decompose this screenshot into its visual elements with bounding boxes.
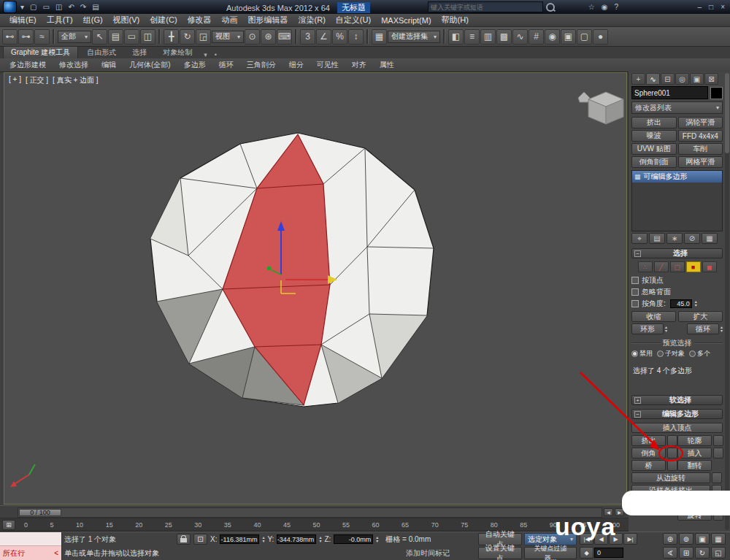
ribbon-panel[interactable]: 修改选择 [53,60,95,70]
named-selection-sets-dropdown[interactable]: 创建选择集 ▾ [388,31,440,43]
preview-subobject-radio[interactable]: 子对象 [657,349,685,358]
reference-coordinate-dropdown[interactable]: 视图 ▾ [212,31,244,43]
viewport-canvas[interactable] [4,73,626,504]
close-button[interactable]: × [718,1,727,12]
ring-button[interactable]: 环形 [631,323,664,334]
inset-button[interactable]: 插入 [677,448,712,459]
selection-filter-dropdown[interactable]: 全部 ▾ [58,31,91,43]
menu-item[interactable]: 自定义(U) [331,15,376,26]
select-and-move-icon[interactable]: ╋ [164,29,179,45]
field-of-view-icon[interactable]: ∢ [663,547,677,559]
3ds-max-logo-icon[interactable] [3,1,17,13]
menu-item[interactable]: MAXScript(M) [376,16,436,25]
remove-modifier-icon[interactable]: ⊘ [684,233,700,244]
loop-spinner[interactable]: ▴▾ [721,326,723,333]
edge-mode-icon[interactable]: ╱ [654,261,669,272]
vertex-mode-icon[interactable]: ∴ [638,261,653,272]
select-and-link-icon[interactable]: ⊷ [2,29,18,45]
macro-recorder-line[interactable] [0,532,61,546]
align-icon[interactable]: ≡ [464,29,480,45]
extrude-settings-button[interactable] [667,435,677,446]
loop-button[interactable]: 循环 [687,323,719,334]
use-pivot-center-icon[interactable]: ⊙ [245,29,260,45]
hinge-from-edge-button[interactable]: 从边旋转 [631,472,710,483]
curve-editor-icon[interactable]: ∿ [512,29,528,45]
preview-multiple-radio[interactable]: 多个 [689,349,710,358]
select-and-scale-icon[interactable]: ◲ [196,29,211,45]
angle-value-field[interactable]: 45.0 [670,299,692,308]
viewcube[interactable] [578,92,623,124]
subscription-center-icon[interactable]: ☆ [586,1,597,12]
display-tab-icon[interactable]: ▣ [690,73,704,85]
select-and-manipulate-icon[interactable]: ⊛ [261,29,276,45]
bevel-settings-button[interactable] [667,448,677,459]
motion-tab-icon[interactable]: ◎ [675,73,689,85]
application-menu-icon[interactable]: ▾ [18,1,26,12]
modifier-stack[interactable]: ▦ 可编辑多边形 [631,170,723,231]
set-key-button[interactable]: 设置关键点 [478,547,522,559]
bind-to-space-warp-icon[interactable]: ≈ [34,29,50,45]
orbit-icon[interactable]: ↻ [695,547,710,559]
viewport-menu-shading[interactable]: [ 真实 + 边面 ] [53,75,99,85]
ribbon-panel[interactable]: 可见性 [310,60,345,70]
inset-settings-button[interactable] [713,448,723,459]
maxscript-mini-listener[interactable]: 所在行 < [0,532,62,560]
perspective-viewport[interactable]: [ + ] [ 正交 ] [ 真实 + 边面 ] [4,72,627,505]
spinner-snap-icon[interactable]: ↕ [348,29,364,45]
meshsmooth-modifier-button[interactable]: 网格平滑 [678,156,723,168]
configure-modifier-sets-icon[interactable]: ▦ [702,233,718,244]
hinge-settings-button[interactable] [712,472,722,483]
go-to-end-button[interactable]: ▶| [623,533,637,545]
object-name-field[interactable] [631,86,708,99]
zoom-extents-all-icon[interactable]: ▦ [711,533,726,545]
ribbon-panel[interactable]: 循环 [212,60,240,70]
ring-spinner[interactable]: ▴▾ [665,326,667,333]
bridge-settings-button[interactable] [667,460,677,471]
zoom-icon[interactable]: ⊕ [663,533,677,545]
render-setup-icon[interactable]: ▣ [561,29,576,45]
ribbon-panel[interactable]: 多边形 [177,60,212,70]
z-coordinate-field[interactable]: -0.0mm [334,534,373,544]
zoom-all-icon[interactable]: ⊚ [679,533,694,545]
turbosmooth-modifier-button[interactable]: 涡轮平滑 [678,117,723,129]
ignore-backfacing-checkbox[interactable]: 忽略背面 [631,287,723,297]
graphite-ribbon-toggle-icon[interactable]: ▩ [496,29,512,45]
time-slider-track[interactable]: 0 / 100 [18,507,602,518]
insert-vertex-button[interactable]: 插入顶点 [631,423,723,433]
panel-scrollbar[interactable] [725,73,729,530]
open-file-icon[interactable]: ▭ [40,1,51,12]
open-mini-curve-editor-icon[interactable]: ⊞ [2,520,15,530]
edit-polygons-rollout-header[interactable]: − 编辑多边形 [631,409,723,419]
ribbon-tab-graphite[interactable]: Graphite 建模工具 [3,46,78,58]
window-crossing-icon[interactable]: ◫ [140,29,155,45]
render-production-icon[interactable]: ● [593,29,608,45]
extrude-modifier-button[interactable]: 挤出 [631,117,677,129]
set-project-folder-icon[interactable]: ▤ [90,1,101,12]
key-filters-button[interactable]: 关键点过滤器... [524,547,577,559]
menu-item[interactable]: 视图(V) [108,15,145,26]
bevel-profile-modifier-button[interactable]: 倒角剖面 [631,156,677,168]
menu-item[interactable]: 渲染(R) [293,15,331,26]
ribbon-options-icon[interactable]: • [212,51,220,58]
by-vertex-checkbox[interactable]: 按顶点 [631,275,723,285]
keyboard-shortcut-override-icon[interactable]: ⌨ [277,29,292,45]
menu-item[interactable]: 创建(C) [145,15,182,26]
flip-button[interactable]: 翻转 [677,460,712,471]
ribbon-panel[interactable]: 属性 [373,60,401,70]
by-angle-checkbox[interactable]: 按角度: 45.0 ▴▾ [631,299,723,309]
select-and-rotate-icon[interactable]: ↻ [180,29,195,45]
ribbon-panel[interactable]: 细分 [283,60,310,70]
show-end-result-icon[interactable]: ▤ [649,233,665,244]
search-icon[interactable] [546,3,555,12]
track-bar[interactable]: ⊞ 05101520253035404550556065707580859095… [0,518,629,532]
layer-manager-icon[interactable]: ▥ [480,29,496,45]
pan-view-icon[interactable]: ⊞ [679,547,694,559]
uvw-map-modifier-button[interactable]: UVW 贴图 [631,143,677,155]
lock-selection-icon[interactable] [177,534,191,545]
edit-named-selection-sets-icon[interactable]: ▦ [372,29,387,45]
angle-spinner[interactable]: ▴▾ [695,300,697,307]
border-mode-icon[interactable]: ▢ [670,261,685,272]
current-frame-field[interactable] [594,548,623,558]
outline-settings-button[interactable] [713,435,723,446]
select-object-icon[interactable]: ↖ [92,29,107,45]
